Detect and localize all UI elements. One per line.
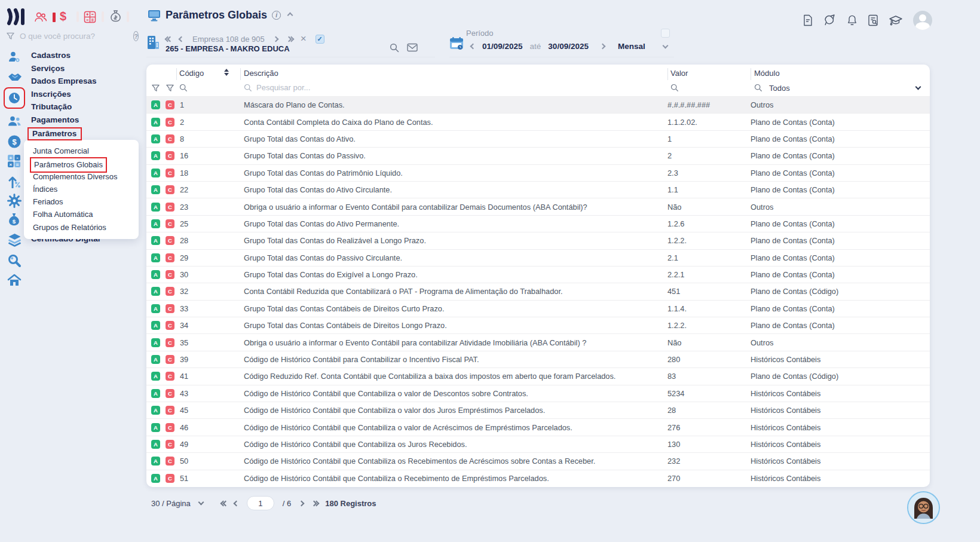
sidebar-handshake-icon[interactable]	[7, 71, 22, 85]
sidebar-item-tributacao[interactable]: Tributação	[31, 100, 97, 114]
prev-page-button[interactable]	[233, 500, 239, 506]
period-end-date[interactable]: 30/09/2025	[548, 42, 589, 51]
sidebar-item-servicos[interactable]: Serviços	[31, 62, 97, 75]
column-header-modulo[interactable]: Módulo	[754, 69, 780, 78]
company-checkbox[interactable]: ✓	[316, 35, 324, 44]
user-avatar[interactable]	[913, 11, 932, 30]
quick-calculator-icon[interactable]	[84, 11, 96, 23]
table-row[interactable]: A C 41 Código Reduzido Ref. Conta Contáb…	[146, 368, 930, 384]
envelope-icon[interactable]	[407, 43, 418, 53]
column-header-valor[interactable]: Valor	[670, 69, 688, 78]
help-icon[interactable]: ?	[133, 31, 139, 41]
sidebar-calculator-icon[interactable]: +-×=	[7, 154, 22, 169]
submenu-item-indices[interactable]: Índices	[33, 183, 139, 195]
sidebar-search-icon[interactable]	[7, 253, 22, 268]
table-row[interactable]: A C 1 Máscara do Plano de Contas. #.#.#.…	[146, 96, 930, 113]
modulo-select-chevron-icon[interactable]	[915, 84, 921, 90]
submenu-item-junta-comercial[interactable]: Junta Comercial	[33, 145, 139, 157]
codigo-filter-search-icon[interactable]	[179, 84, 188, 92]
table-row[interactable]: A C 46 Código de Histórico Contábil que …	[146, 418, 930, 435]
submenu-item-grupos-relatorios[interactable]: Grupos de Relatórios	[33, 221, 139, 234]
table-row[interactable]: A C 39 Código de Histórico Contábil para…	[146, 351, 930, 368]
sidebar-item-cadastros[interactable]: Cadastros	[31, 49, 97, 62]
table-row[interactable]: A C 43 Código de Histórico Contábil que …	[146, 385, 930, 402]
last-page-button[interactable]	[312, 501, 317, 506]
document-search-icon[interactable]	[868, 14, 878, 26]
filter-funnel-icon[interactable]	[6, 32, 15, 41]
sidebar-search-input[interactable]	[20, 32, 109, 41]
document-icon[interactable]	[803, 14, 813, 26]
first-page-button[interactable]	[221, 501, 226, 506]
valor-filter-search-icon[interactable]	[670, 84, 679, 92]
sidebar-money-bag-icon[interactable]: $	[7, 213, 22, 227]
next-page-button[interactable]	[299, 500, 305, 506]
period-start-date[interactable]: 01/09/2025	[482, 42, 523, 51]
sidebar-item-pagamentos[interactable]: Pagamentos	[31, 114, 97, 127]
sidebar-dollar-circle-icon[interactable]: $	[7, 134, 22, 149]
first-company-button[interactable]	[166, 37, 170, 41]
quick-money-bag-icon[interactable]	[109, 10, 122, 23]
period-checkbox[interactable]	[661, 29, 670, 38]
table-row[interactable]: A C 23 Obriga o usuário a informar o Eve…	[146, 198, 930, 215]
table-row[interactable]: A C 2 Conta Contábil Completa do Caixa d…	[146, 113, 930, 130]
column-header-codigo[interactable]: Código	[179, 69, 204, 78]
sidebar-people-icon[interactable]	[7, 115, 22, 129]
sidebar-item-dados-empresas[interactable]: Dados Empresas	[31, 75, 97, 88]
table-row[interactable]: A C 50 Código de Histórico Contábil que …	[146, 452, 930, 469]
table-row[interactable]: A C 45 Código de Histórico Contábil que …	[146, 402, 930, 418]
sidebar-item-parametros[interactable]: Parâmetros	[27, 127, 82, 140]
cell-codigo: 8	[180, 134, 244, 143]
table-row[interactable]: A C 49 Código de Histórico Contábil que …	[146, 436, 930, 452]
submenu-item-feriados[interactable]: Feriados	[33, 195, 139, 208]
next-company-button[interactable]	[272, 36, 278, 42]
modulo-filter-select[interactable]: Todos	[769, 84, 790, 93]
filter-funnel-icon[interactable]	[151, 84, 160, 93]
page-size-chevron-icon[interactable]	[198, 499, 204, 505]
table-row[interactable]: A C 25 Grupo Total das Contas do Ativo P…	[146, 215, 930, 232]
filter-funnel-clear-icon[interactable]	[166, 84, 174, 93]
table-row[interactable]: A C 28 Grupo Total das Contas do Realizá…	[146, 232, 930, 249]
close-icon[interactable]: ×	[301, 33, 307, 44]
table-row[interactable]: A C 16 Grupo Total das Contas do Passivo…	[146, 147, 930, 164]
table-row[interactable]: A C 22 Grupo Total das Contas do Ativo C…	[146, 181, 930, 198]
table-row[interactable]: A C 34 Grupo Total das Contas Contábeis …	[146, 317, 930, 333]
period-mode-select[interactable]: Mensal	[618, 42, 645, 51]
collapse-chevron-up-icon[interactable]	[287, 13, 293, 19]
column-header-descricao[interactable]: Descrição	[244, 69, 278, 78]
sidebar-clock-history-icon[interactable]	[4, 87, 25, 109]
quick-dollar-icon[interactable]: $	[60, 10, 66, 23]
quick-people-icon[interactable]	[33, 11, 48, 24]
bell-icon[interactable]	[847, 14, 858, 26]
table-row[interactable]: A C 33 Grupo Total das Contas Contábeis …	[146, 300, 930, 317]
table-row[interactable]: A C 32 Conta Contábil Reduzida que Conta…	[146, 283, 930, 299]
sidebar-home-icon[interactable]	[7, 274, 22, 288]
company-search-icon[interactable]	[390, 43, 399, 53]
sidebar-person-gear-icon[interactable]	[7, 50, 22, 65]
page-size-select[interactable]: 30 / Página	[151, 499, 191, 508]
descricao-filter-input[interactable]	[256, 83, 436, 92]
chat-avatar-widget[interactable]	[907, 491, 940, 524]
megaphone-icon[interactable]	[823, 14, 837, 26]
modulo-filter-search-icon[interactable]	[754, 84, 762, 92]
table-row[interactable]: A C 18 Grupo Total das Contas do Patrimô…	[146, 164, 930, 181]
table-row[interactable]: A C 29 Grupo Total das Contas do Passivo…	[146, 249, 930, 266]
sort-icon[interactable]	[224, 69, 229, 76]
table-row[interactable]: A C 51 Código de Histórico Contábil que …	[146, 470, 930, 486]
table-row[interactable]: A C 8 Grupo Total das Contas do Ativo. 1…	[146, 130, 930, 147]
sidebar-layers-icon[interactable]	[7, 233, 22, 247]
last-company-button[interactable]	[287, 37, 292, 41]
page-number-input[interactable]	[247, 496, 274, 510]
sidebar-gear-icon[interactable]	[7, 194, 22, 208]
table-row[interactable]: A C 30 Grupo Total das Contas do Exigíve…	[146, 266, 930, 283]
table-row[interactable]: A C 35 Obriga o usuário a informar o Eve…	[146, 333, 930, 350]
info-icon[interactable]: i	[272, 11, 281, 20]
graduation-cap-icon[interactable]	[889, 14, 903, 26]
submenu-item-complementos-diversos[interactable]: Complementos Diversos	[33, 170, 139, 183]
submenu-item-folha-automatica[interactable]: Folha Automática	[33, 208, 139, 221]
prev-company-button[interactable]	[179, 36, 185, 42]
sidebar-growth-percent-icon[interactable]	[7, 174, 22, 188]
sidebar-item-inscricoes[interactable]: Inscrições	[31, 88, 97, 101]
period-prev-button[interactable]	[470, 44, 476, 50]
period-mode-chevron-icon[interactable]	[662, 42, 668, 48]
period-next-button[interactable]	[599, 44, 605, 50]
